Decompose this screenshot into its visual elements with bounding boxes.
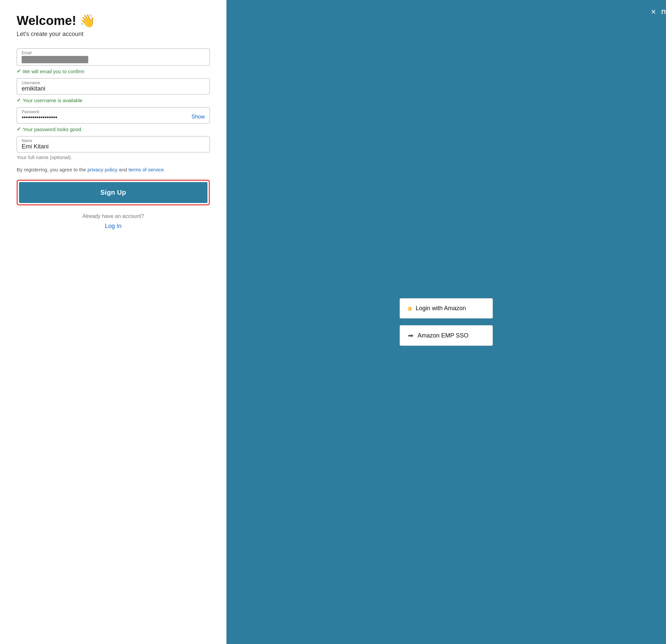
email-label: Email (22, 51, 32, 55)
email-confirm-message: ✓ We will email you to confirm (17, 68, 210, 74)
sso-arrow-icon: ➡ (408, 332, 414, 339)
username-available-message: ✓ Your username is available (17, 97, 210, 103)
email-redacted-value (22, 56, 88, 63)
password-group: Password Show ✓ Your password looks good… (17, 107, 210, 132)
amazon-sso-label: Amazon EMP SSO (418, 332, 469, 339)
signup-btn-highlight: Sign Up (17, 180, 210, 205)
welcome-header: Welcome! 👋 (17, 13, 210, 28)
amazon-logo-icon: a (408, 305, 411, 312)
password-field-wrapper: Password Show (17, 107, 210, 124)
name-field-wrapper: Name (17, 136, 210, 153)
name-group: Name Your full name (optional). (17, 136, 210, 160)
signup-modal: Welcome! 👋 Let's create your account Ema… (0, 0, 226, 644)
email-group: Email ✓ We will email you to confirm (17, 48, 210, 74)
amazon-emp-sso-button[interactable]: ➡ Amazon EMP SSO (400, 325, 493, 346)
password-input[interactable] (22, 114, 205, 121)
login-amazon-label: Login with Amazon (416, 305, 466, 312)
close-button[interactable]: × (651, 7, 656, 17)
already-account-text: Already have an account? (17, 213, 210, 219)
right-panel: × a Login with Amazon ➡ Amazon EMP SSO n (226, 0, 666, 644)
login-with-amazon-button[interactable]: a Login with Amazon (400, 298, 493, 319)
name-label: Name (22, 139, 32, 143)
name-input[interactable] (22, 143, 205, 150)
email-field-wrapper: Email (17, 48, 210, 66)
partial-text: n (661, 7, 666, 16)
privacy-policy-link[interactable]: privacy policy (88, 167, 118, 173)
username-check-icon: ✓ (17, 97, 21, 103)
terms-of-service-link[interactable]: terms of service (128, 167, 164, 173)
welcome-subtitle: Let's create your account (17, 31, 210, 38)
show-password-link[interactable]: Show (192, 114, 205, 120)
name-helper-text: Your full name (optional). (17, 155, 210, 160)
password-good-text: Your password looks good. (23, 126, 83, 132)
terms-prefix: By registering, you agree to the (17, 167, 88, 173)
wave-emoji: 👋 (80, 13, 95, 28)
terms-suffix: . (164, 167, 165, 173)
username-available-text: Your username is available (23, 97, 83, 103)
username-label: Username (22, 80, 40, 85)
terms-middle: and (118, 167, 128, 173)
welcome-title: Welcome! (17, 14, 76, 28)
password-check-icon: ✓ (17, 126, 21, 132)
email-check-icon: ✓ (17, 68, 21, 74)
email-confirm-text: We will email you to confirm (23, 69, 85, 74)
username-field-wrapper: Username (17, 78, 210, 94)
password-good-message: ✓ Your password looks good. (17, 126, 210, 132)
login-link[interactable]: Log In (17, 223, 210, 230)
password-label: Password (22, 109, 39, 114)
signup-button[interactable]: Sign Up (19, 182, 208, 203)
username-input[interactable] (22, 85, 205, 92)
username-group: Username ✓ Your username is available (17, 78, 210, 103)
terms-text: By registering, you agree to the privacy… (17, 166, 210, 174)
